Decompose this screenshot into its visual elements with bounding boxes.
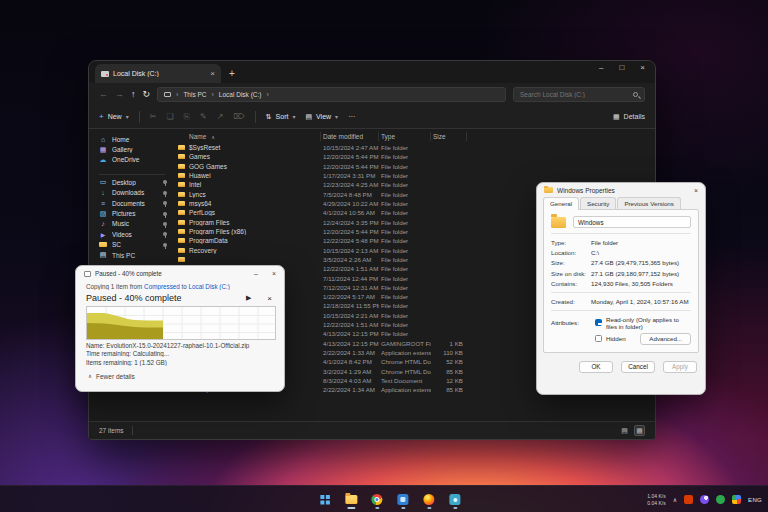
file-type: File folder [379, 330, 431, 337]
field-value: C:\ [591, 249, 691, 256]
file-type: Chrome HTML Do... [379, 368, 431, 375]
sidebar-item[interactable]: Downloads [89, 188, 175, 198]
chevron-down-icon: ▾ [335, 113, 338, 120]
search-input[interactable] [520, 91, 633, 98]
file-type: File folder [379, 200, 431, 207]
maximize-button[interactable]: □ [619, 63, 624, 72]
breadcrumb-local-disk[interactable]: Local Disk (C:) [219, 91, 262, 98]
start-button[interactable] [316, 490, 333, 510]
file-row[interactable]: Games 12/20/2024 5:44 PM File folder [175, 152, 655, 161]
sidebar-item-icon [99, 178, 107, 186]
file-date-modified: 12/20/2024 5:44 PM [321, 153, 379, 160]
new-button[interactable]: + New ▾ [99, 112, 129, 121]
file-row[interactable]: Huawei 1/17/2024 3:31 PM File folder [175, 171, 655, 180]
close-button[interactable]: × [640, 63, 645, 72]
file-row[interactable]: GOG Games 12/20/2024 5:44 PM File folder [175, 162, 655, 171]
details-pane-button[interactable]: ▦ Details [613, 113, 645, 121]
breadcrumb-this-pc[interactable]: This PC [183, 91, 206, 98]
copy-icon[interactable]: ❏ [166, 112, 173, 121]
sidebar-item[interactable]: Videos [89, 229, 175, 239]
thumbnails-view-icon[interactable]: ▦ [634, 425, 645, 436]
share-icon[interactable]: ↗ [217, 112, 224, 121]
file-name: Recovery [187, 247, 321, 254]
file-type: Text Document [379, 377, 431, 384]
search-box[interactable] [513, 87, 645, 102]
hidden-icons-chevron[interactable]: ∧ [673, 496, 677, 503]
details-view-icon[interactable]: ▤ [619, 425, 630, 436]
taskbar-blue-app[interactable] [394, 490, 411, 510]
column-header-name[interactable]: Name ∧ [187, 132, 321, 141]
minimize-button[interactable]: – [254, 270, 258, 277]
apply-button[interactable]: Apply [663, 361, 697, 373]
column-header-type[interactable]: Type [379, 132, 431, 141]
tray-red-icon[interactable] [684, 495, 693, 504]
tray-grid-icon[interactable] [732, 495, 741, 504]
hidden-checkbox[interactable] [595, 335, 602, 342]
delete-icon[interactable]: ⌦ [233, 112, 244, 121]
explorer-tab[interactable]: Local Disk (C:) × [95, 64, 221, 83]
taskbar-teal-app[interactable] [446, 490, 463, 510]
language-indicator[interactable]: ENG [748, 497, 762, 503]
file-date-modified: 4/1/2024 10:56 AM [321, 209, 379, 216]
sidebar-item[interactable]: Music [89, 219, 175, 229]
sidebar-item[interactable]: Desktop [89, 177, 175, 187]
tray-crescent-icon[interactable] [700, 495, 709, 504]
forward-icon[interactable]: → [115, 90, 124, 99]
cancel-button[interactable]: Cancel [621, 361, 655, 373]
fewer-details-toggle[interactable]: ∧ Fewer details [88, 373, 274, 380]
sort-ascending-icon: ∧ [211, 134, 215, 140]
new-tab-button[interactable]: + [229, 64, 235, 83]
network-speed-widget: 1.04 K/s 0.04 K/s [647, 493, 665, 506]
column-header-date[interactable]: Date modified [321, 132, 379, 141]
up-icon[interactable]: ↑ [131, 90, 136, 99]
file-type-icon [178, 154, 185, 159]
taskbar-chrome[interactable] [368, 490, 385, 510]
pin-icon [163, 243, 167, 247]
sort-button[interactable]: ⇅ Sort ▾ [266, 113, 296, 121]
source-folder-link[interactable]: Compressed [144, 283, 180, 290]
file-type-icon [178, 238, 185, 243]
sidebar-item[interactable]: Home [89, 134, 175, 144]
taskbar-file-explorer[interactable] [342, 490, 359, 510]
paste-icon[interactable]: ⎘ [184, 112, 190, 122]
sidebar-item[interactable]: This PC [89, 250, 175, 260]
advanced-button[interactable]: Advanced... [640, 333, 691, 345]
sidebar-item[interactable]: OneDrive [89, 155, 175, 165]
taskbar-firefox[interactable] [420, 490, 437, 510]
column-header-size[interactable]: Size [431, 132, 467, 141]
rename-icon[interactable]: ✎ [200, 112, 207, 121]
cancel-copy-icon[interactable]: × [267, 294, 272, 303]
cut-icon[interactable]: ✂ [150, 112, 157, 121]
resume-icon[interactable]: ▶ [246, 294, 251, 302]
tray-green-icon[interactable] [716, 495, 725, 504]
file-row[interactable]: $SysReset 10/15/2024 2:47 AM File folder [175, 143, 655, 152]
tab-close-icon[interactable]: × [210, 70, 215, 78]
sidebar-item[interactable]: SC [89, 240, 175, 250]
breadcrumb[interactable]: › This PC › Local Disk (C:) › [157, 87, 506, 102]
properties-tab[interactable]: General [543, 197, 579, 210]
close-button[interactable]: × [272, 270, 276, 277]
back-icon[interactable]: ← [99, 90, 108, 99]
readonly-checkbox[interactable] [595, 319, 602, 326]
ok-button[interactable]: OK [579, 361, 613, 373]
sidebar-item[interactable]: Pictures [89, 208, 175, 218]
file-name: Intel [187, 181, 321, 188]
file-date-modified: 12/23/2024 4:25 AM [321, 181, 379, 188]
view-button[interactable]: ▤ View ▾ [305, 113, 338, 121]
file-date-modified: 7/5/2024 8:48 PM [321, 191, 379, 198]
destination-folder-link[interactable]: Local Disk (C:) [189, 283, 230, 290]
view-icon: ▤ [305, 113, 312, 121]
more-options-button[interactable]: ⋯ [348, 113, 355, 121]
refresh-icon[interactable]: ↻ [143, 90, 151, 99]
sidebar-item[interactable]: Documents [89, 198, 175, 208]
sidebar-item[interactable]: Gallery [89, 144, 175, 154]
folder-name-field[interactable]: Windows [573, 216, 691, 228]
properties-dialog: Windows Properties × General Security Pr… [536, 182, 706, 395]
sidebar-item-icon [99, 231, 107, 238]
field-label: Type: [551, 239, 591, 246]
file-type: File folder [379, 191, 431, 198]
copy-dialog-icon [84, 271, 91, 277]
close-icon[interactable]: × [694, 187, 698, 194]
minimize-button[interactable]: – [599, 63, 603, 72]
file-type-icon [178, 173, 185, 178]
